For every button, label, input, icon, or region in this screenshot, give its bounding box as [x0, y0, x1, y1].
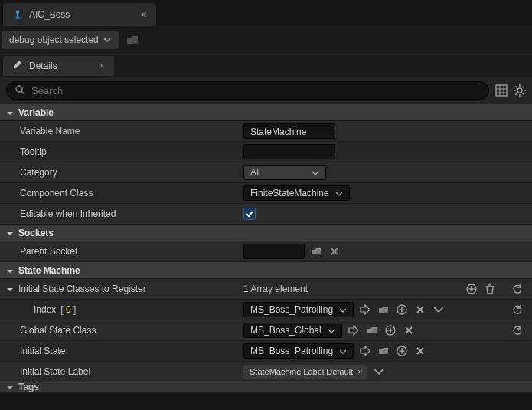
svg-line-4 — [137, 43, 139, 44]
parent-socket-label: Parent Socket — [0, 246, 243, 257]
section-statemachine-label: State Machine — [18, 265, 80, 276]
clear-socket-icon[interactable] — [328, 244, 341, 258]
array-index-0-value: MS_Boss_Patrolling — [250, 304, 333, 315]
asset-tab-title: AIC_Boss — [29, 9, 70, 20]
gameplay-tag-pill[interactable]: StateMachine.Label.Default × — [243, 365, 367, 379]
tooltip-input[interactable] — [243, 144, 335, 159]
row-tooltip: Tooltip — [0, 142, 532, 162]
row-initial-state: Initial State MS_Boss_Patrolling — [0, 341, 532, 362]
global-state-class-dropdown[interactable]: MS_Boss_Global — [243, 323, 342, 338]
chevron-down-icon — [328, 326, 335, 334]
browse-asset-icon[interactable] — [377, 344, 390, 358]
reset-icon[interactable] — [511, 282, 524, 296]
editable-inherited-checkbox[interactable] — [243, 208, 256, 220]
array-element-count: 1 Array element — [243, 284, 308, 294]
array-clear-icon[interactable] — [483, 282, 497, 296]
create-new-icon[interactable] — [395, 303, 409, 317]
svg-point-12 — [517, 88, 522, 93]
row-component-class: Component Class FiniteStateMachine — [0, 183, 532, 204]
collapse-icon — [6, 267, 14, 274]
section-variable-label: Variable — [18, 107, 54, 118]
use-selected-icon[interactable] — [358, 344, 372, 358]
details-tab-bar: Details × — [0, 54, 532, 77]
clear-icon[interactable] — [402, 323, 416, 337]
blueprint-icon — [12, 9, 23, 20]
chevron-down-icon — [312, 169, 319, 176]
settings-gear-icon[interactable] — [514, 84, 526, 97]
row-parent-socket: Parent Socket — [0, 241, 532, 262]
section-sockets-label: Sockets — [18, 228, 54, 238]
close-details-icon[interactable]: × — [99, 60, 105, 71]
svg-point-5 — [16, 86, 22, 92]
collapse-icon — [6, 383, 14, 391]
row-category: Category AI — [0, 162, 532, 183]
use-selected-icon[interactable] — [347, 323, 361, 337]
svg-point-0 — [16, 10, 19, 13]
debug-object-dropdown[interactable]: debug object selected — [2, 31, 119, 49]
details-search-row — [0, 77, 532, 104]
editable-inherited-label: Editable when Inherited — [0, 208, 243, 219]
browse-socket-icon[interactable] — [309, 244, 323, 258]
collapse-icon — [6, 229, 14, 237]
initial-state-value: MS_Boss_Patrolling — [250, 346, 333, 356]
collapse-icon[interactable] — [6, 285, 14, 293]
browse-icon[interactable] — [126, 34, 139, 46]
component-class-dropdown[interactable]: FiniteStateMachine — [243, 185, 350, 201]
tag-dropdown-icon[interactable] — [372, 365, 386, 379]
svg-line-31 — [387, 312, 389, 313]
parent-socket-input[interactable] — [243, 244, 305, 259]
chevron-down-icon — [335, 189, 343, 197]
category-dropdown[interactable]: AI — [243, 165, 326, 180]
array-index-0-dropdown[interactable]: MS_Boss_Patrolling — [243, 302, 354, 317]
svg-rect-1 — [17, 13, 18, 17]
row-editable-inherited: Editable when Inherited — [0, 204, 532, 225]
browse-asset-icon[interactable] — [365, 323, 379, 337]
details-tab[interactable]: Details × — [3, 56, 114, 76]
section-variable[interactable]: Variable — [0, 104, 532, 121]
remove-tag-icon[interactable]: × — [357, 367, 362, 376]
svg-line-6 — [21, 91, 24, 94]
section-tags-label: Tags — [18, 382, 39, 392]
toolbar: debug object selected — [0, 26, 532, 54]
initial-state-label-label: Initial State Label — [0, 366, 243, 377]
variable-name-label: Variable Name — [0, 126, 243, 136]
array-index-label: Index [ 0 ] — [0, 304, 243, 315]
details-search-box — [6, 81, 489, 100]
initial-state-dropdown[interactable]: MS_Boss_Patrolling — [243, 343, 354, 359]
variable-name-input[interactable]: StateMachine — [243, 123, 335, 139]
reset-icon[interactable] — [511, 323, 524, 337]
create-new-icon[interactable] — [395, 344, 409, 358]
clear-icon[interactable] — [413, 303, 427, 317]
debug-object-label: debug object selected — [9, 34, 99, 45]
collapse-icon — [6, 109, 14, 116]
category-value: AI — [250, 167, 305, 178]
property-matrix-icon[interactable] — [495, 84, 508, 97]
asset-tab[interactable]: AIC_Boss × — [3, 3, 156, 26]
array-add-icon[interactable] — [465, 282, 478, 296]
reset-icon[interactable] — [511, 303, 524, 317]
global-state-class-value: MS_Boss_Global — [250, 325, 321, 336]
global-state-class-label: Global State Class — [0, 325, 243, 336]
section-sockets[interactable]: Sockets — [0, 225, 532, 241]
section-statemachine[interactable]: State Machine — [0, 262, 532, 279]
details-search-input[interactable] — [31, 85, 481, 97]
category-label: Category — [0, 167, 243, 178]
section-tags[interactable]: Tags — [0, 382, 532, 393]
gameplay-tag-value: StateMachine.Label.Default — [250, 367, 353, 376]
component-class-value: FiniteStateMachine — [250, 188, 329, 198]
row-array-index-0: Index [ 0 ] MS_Boss_Patrolling — [0, 300, 532, 320]
close-tab-icon[interactable]: × — [141, 8, 147, 21]
clear-icon[interactable] — [413, 344, 427, 358]
tooltip-label: Tooltip — [0, 146, 243, 157]
svg-line-22 — [320, 254, 321, 255]
chevron-down-icon — [339, 306, 347, 313]
svg-line-18 — [523, 93, 524, 95]
details-tab-title: Details — [29, 61, 57, 71]
create-new-icon[interactable] — [383, 323, 397, 337]
browse-asset-icon[interactable] — [377, 303, 390, 317]
initial-state-label: Initial State — [0, 346, 243, 356]
svg-line-45 — [387, 353, 389, 355]
element-menu-icon[interactable] — [432, 303, 446, 317]
use-selected-icon[interactable] — [358, 303, 372, 317]
svg-line-17 — [515, 86, 517, 87]
